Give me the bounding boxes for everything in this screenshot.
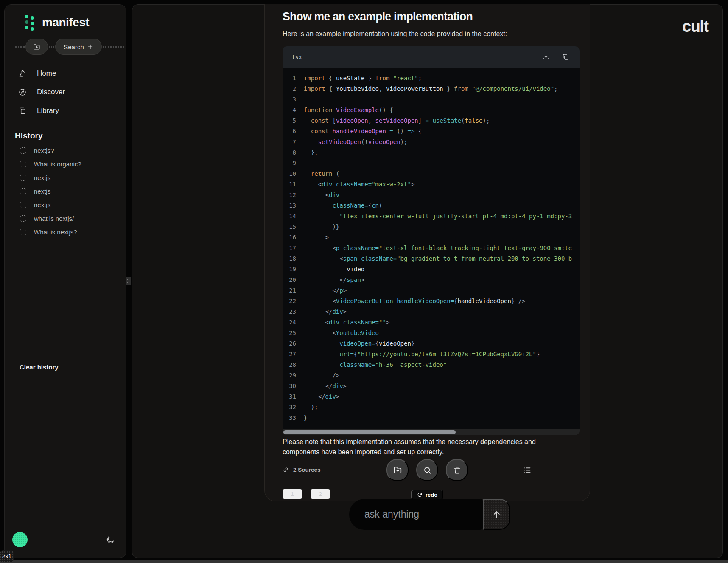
thread-icon: [20, 215, 26, 222]
moon-theme-icon[interactable]: [106, 535, 115, 545]
sidebar-item-label: Discover: [37, 88, 65, 96]
code-line: 21 </p>: [283, 285, 580, 296]
brand-name: manifest: [42, 16, 89, 29]
code-line: 29 />: [283, 370, 580, 381]
sidebar-item-library[interactable]: Library: [5, 101, 126, 120]
download-code-icon[interactable]: [542, 53, 550, 61]
copy-code-icon[interactable]: [562, 53, 569, 61]
sidebar-item-label: Home: [37, 69, 56, 78]
lamp-icon: [18, 69, 27, 78]
compass-icon: [18, 88, 27, 96]
delete-message-button[interactable]: [446, 459, 468, 481]
redo-button[interactable]: redo: [411, 490, 443, 500]
plus-icon: [87, 44, 93, 50]
code-line: 30 </div>: [283, 381, 580, 391]
history-item[interactable]: nextjs: [5, 187, 126, 195]
code-line: 22 <VideoPowerButton handleVideoOpen={ha…: [283, 296, 580, 307]
chat-question-title: Show me an example implementation: [283, 10, 473, 23]
scrollbar-thumb[interactable]: [283, 430, 456, 434]
sidebar-nav: HomeDiscoverLibrary: [5, 64, 126, 120]
code-line: 12 <div: [283, 190, 580, 200]
search-button[interactable]: Search: [55, 39, 102, 55]
app-window: manifest Search HomeDiscoverLibrary Hist…: [0, 0, 728, 563]
sources-link[interactable]: 2 Sources: [283, 467, 321, 473]
page-2-chip[interactable]: 2: [311, 489, 330, 499]
sidebar-item-discover[interactable]: Discover: [5, 83, 126, 101]
code-line: 3: [283, 94, 580, 105]
history-item[interactable]: What is nextjs?: [5, 228, 126, 236]
folder-plus-icon: [393, 466, 402, 475]
list-view-icon[interactable]: [523, 466, 532, 475]
link-icon: [283, 467, 289, 473]
ask-anything-input[interactable]: [349, 499, 483, 530]
history-item[interactable]: nextjs: [5, 201, 126, 209]
thread-icon: [20, 229, 26, 235]
code-line: 31 </div>: [283, 391, 580, 402]
search-message-button[interactable]: [416, 459, 438, 481]
code-line: 26 videoOpen={videoOpen}: [283, 338, 580, 349]
code-line: 5 const [videoOpen, setVideoOpen] = useS…: [283, 115, 580, 126]
code-line: 25 <YoutubeVideo: [283, 328, 580, 338]
window-bottom-edge: [0, 560, 728, 563]
history-item-label: What is organic?: [34, 160, 81, 168]
history-item-label: nextjs?: [34, 147, 54, 154]
grip-dots-icon: [127, 279, 130, 284]
sidebar-resize-handle[interactable]: [126, 277, 131, 285]
library-icon: [18, 107, 27, 115]
history-item[interactable]: What is organic?: [5, 160, 126, 168]
code-line: 15 )}: [283, 222, 580, 232]
page-1-chip[interactable]: 1: [283, 489, 302, 499]
redo-label: redo: [426, 492, 437, 498]
code-line: 17 <p className="text-xl font-black trac…: [283, 243, 580, 253]
code-line: 18 <span className="bg-gradient-to-t fro…: [283, 253, 580, 264]
history-item-label: what is nextjs/: [34, 215, 74, 222]
thread-icon: [20, 175, 26, 181]
code-line: 4function VideoExample() {: [283, 105, 580, 115]
sidebar-item-home[interactable]: Home: [5, 64, 126, 83]
history-item-label: What is nextjs?: [34, 228, 77, 236]
code-language-label: tsx: [292, 54, 302, 60]
code-line: 20 </span>: [283, 275, 580, 285]
code-line: 19 video: [283, 264, 580, 275]
dash-divider: [49, 46, 54, 48]
code-line: 24 <div className="">: [283, 317, 580, 328]
code-block-header: tsx: [283, 46, 580, 68]
send-button[interactable]: [483, 499, 510, 530]
manifest-dots-icon: [25, 14, 35, 31]
code-horizontal-scrollbar[interactable]: [283, 429, 580, 435]
sources-label: 2 Sources: [293, 467, 321, 473]
history-item-label: nextjs: [34, 201, 50, 208]
code-line: 2import { YoutubeVideo, VideoPowerButton…: [283, 84, 580, 94]
clear-history-button[interactable]: Clear history: [20, 363, 59, 371]
code-line: 8 };: [283, 147, 580, 158]
new-folder-button[interactable]: [25, 39, 48, 55]
code-line: 32 );: [283, 402, 580, 413]
code-line: 27 url={"https://youtu.be/ta6m_l3lZvQ?si…: [283, 349, 580, 360]
history-title: History: [15, 131, 42, 141]
code-lines: 1import { useState } from "react";2impor…: [283, 68, 580, 429]
chat-panel: Show me an example implementation Here i…: [264, 4, 590, 501]
history-item[interactable]: nextjs?: [5, 146, 126, 155]
code-line: 7 setVideoOpen(!videoOpen);: [283, 137, 580, 147]
history-item-label: nextjs: [34, 188, 50, 195]
folder-plus-icon: [33, 43, 40, 51]
code-line: 9: [283, 158, 580, 169]
code-block: tsx 1import { useState } from "react";2i…: [283, 46, 580, 435]
user-avatar[interactable]: [12, 532, 28, 547]
chat-intro-text: Here is an example implementation using …: [283, 30, 507, 38]
dash-divider: [15, 46, 25, 48]
sidebar-item-label: Library: [37, 107, 59, 115]
history-item[interactable]: nextjs: [5, 174, 126, 182]
viewport-size-badge: 2xl: [0, 550, 14, 562]
save-to-folder-button[interactable]: [386, 459, 409, 481]
history-item-label: nextjs: [34, 174, 50, 181]
code-line: 13 className={cn(: [283, 200, 580, 211]
brand-logo[interactable]: manifest: [25, 14, 89, 31]
main-area: cult Show me an example implementation H…: [132, 4, 723, 558]
code-line: 28 className="h-36 aspect-video": [283, 360, 580, 370]
sidebar-divider: [14, 127, 117, 127]
history-item[interactable]: what is nextjs/: [5, 214, 126, 222]
chat-note-text: Please note that this implementation ass…: [283, 437, 546, 457]
code-line: 1import { useState } from "react";: [283, 73, 580, 84]
message-actions: [386, 459, 468, 481]
